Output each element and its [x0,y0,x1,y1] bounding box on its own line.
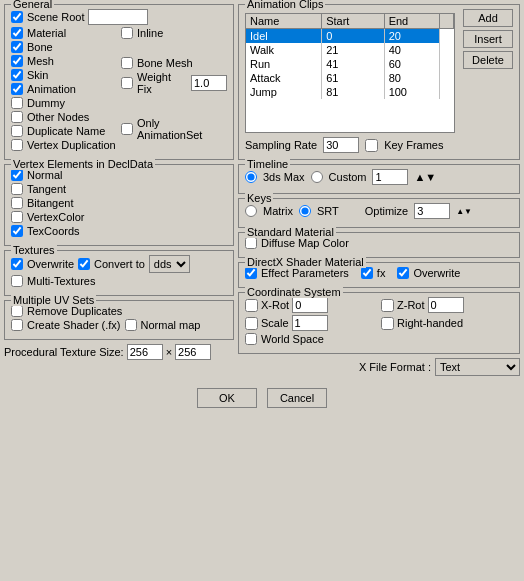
tangent-row: Tangent [11,183,227,195]
texcoords-checkbox[interactable] [11,225,23,237]
proc-tex-w-input[interactable] [127,344,163,360]
timeline-custom-input[interactable] [372,169,408,185]
skin-checkbox[interactable] [11,69,23,81]
create-shader-row: Create Shader (.fx) Normal map [11,319,227,331]
fx-checkbox[interactable] [361,267,373,279]
tangent-label: Tangent [27,183,66,195]
scene-root-label: Scene Root [27,11,84,23]
clips-buttons: Add Insert Delete [463,9,513,133]
file-format-row: X File Format : Text Binary Compressed [238,358,520,376]
zrot-checkbox[interactable] [381,299,394,312]
bone-checkbox[interactable] [11,41,23,53]
keys-matrix-radio[interactable] [245,205,257,217]
scene-root-checkbox[interactable] [11,11,23,23]
keys-srt-radio[interactable] [299,205,311,217]
diffuse-map-row: Diffuse Map Color [245,237,513,249]
table-row[interactable]: Walk2140 [246,43,454,57]
right-handed-checkbox[interactable] [381,317,394,330]
table-row[interactable]: Jump81100 [246,85,454,99]
proc-tex-h-input[interactable] [175,344,211,360]
multiple-uv-title: Multiple UV Sets [11,294,96,306]
dx-overwrite-label: Overwrite [413,267,460,279]
multi-tex-row: Multi-Textures [11,275,227,287]
diffuse-map-checkbox[interactable] [245,237,257,249]
delete-button[interactable]: Delete [463,51,513,69]
normal-map-checkbox[interactable] [125,319,137,331]
mesh-checkbox[interactable] [11,55,23,67]
xrot-checkbox[interactable] [245,299,258,312]
material-checkbox[interactable] [11,27,23,39]
dummy-checkbox[interactable] [11,97,23,109]
animation-checkbox[interactable] [11,83,23,95]
mesh-label: Mesh [27,55,54,67]
skin-label: Skin [27,69,48,81]
dummy-label: Dummy [27,97,65,109]
remove-dup-label: Remove Duplicates [27,305,122,317]
create-shader-checkbox[interactable] [11,319,23,331]
remove-dup-checkbox[interactable] [11,305,23,317]
bone-mesh-row: Bone Mesh [121,57,227,69]
clips-table-container[interactable]: Name Start End Idel020Walk2140Run4160Att… [245,13,455,133]
dummy-row: Dummy [11,97,117,109]
overwrite-row: Overwrite Convert to dds png jpg tga [11,255,227,273]
vertex-elements-group: Vertex Elements in DeclData Normal Tange… [4,164,234,246]
world-space-checkbox[interactable] [245,333,257,345]
tangent-checkbox[interactable] [11,183,23,195]
other-nodes-checkbox[interactable] [11,111,23,123]
vertex-dup-label: Vertex Duplication [27,139,116,151]
scene-root-input[interactable] [88,9,148,25]
zrot-input[interactable] [428,297,464,313]
keys-optimize-input[interactable] [414,203,450,219]
sampling-label: Sampling Rate [245,139,317,151]
duplicate-name-label: Duplicate Name [27,125,105,137]
mesh-row: Mesh [11,55,117,67]
convert-to-checkbox[interactable] [78,258,90,270]
bone-mesh-checkbox[interactable] [121,57,133,69]
animation-clips-title: Animation Clips [245,0,325,10]
table-row[interactable]: Attack6180 [246,71,454,85]
insert-button[interactable]: Insert [463,30,513,48]
scale-input[interactable] [292,315,328,331]
timeline-3dsmax-radio[interactable] [245,171,257,183]
inline-checkbox[interactable] [121,27,133,39]
weight-fix-checkbox[interactable] [121,77,133,89]
file-format-select[interactable]: Text Binary Compressed [435,358,520,376]
other-nodes-row: Other Nodes [11,111,117,123]
world-space-label: World Space [261,333,324,345]
timeline-custom-radio[interactable] [311,171,323,183]
animation-label: Animation [27,83,76,95]
sampling-input[interactable] [323,137,359,153]
add-button[interactable]: Add [463,9,513,27]
bitangent-checkbox[interactable] [11,197,23,209]
only-anim-checkbox[interactable] [121,123,133,135]
overwrite-checkbox[interactable] [11,258,23,270]
coord-grid: X-Rot Z-Rot Scale Right-handed [245,297,513,331]
std-material-title: Standard Material [245,226,336,238]
timeline-group: Timeline 3ds Max Custom ▲▼ [238,164,520,194]
normal-label: Normal [27,169,62,181]
scene-root-row: Scene Root [11,9,227,25]
key-frames-checkbox[interactable] [365,139,378,152]
convert-to-select[interactable]: dds png jpg tga [149,255,190,273]
world-space-row: World Space [245,333,513,345]
xrot-input[interactable] [292,297,328,313]
multi-tex-checkbox[interactable] [11,275,23,287]
xrot-row: X-Rot [245,297,377,313]
cancel-button[interactable]: Cancel [267,388,327,408]
ok-button[interactable]: OK [197,388,257,408]
table-row[interactable]: Idel020 [246,29,454,44]
duplicate-name-checkbox[interactable] [11,125,23,137]
effect-params-checkbox[interactable] [245,267,257,279]
only-anim-row: Only AnimationSet [121,117,227,141]
vertex-elements-title: Vertex Elements in DeclData [11,158,155,170]
table-row[interactable]: Run4160 [246,57,454,71]
normal-checkbox[interactable] [11,169,23,181]
vertex-dup-checkbox[interactable] [11,139,23,151]
vertexcolor-checkbox[interactable] [11,211,23,223]
weight-fix-input[interactable] [191,75,227,91]
weight-fix-label: Weight Fix [137,71,187,95]
dx-overwrite-checkbox[interactable] [397,267,409,279]
keys-optimize-label: Optimize [365,205,408,217]
scale-checkbox[interactable] [245,317,258,330]
col-name: Name [246,14,322,29]
